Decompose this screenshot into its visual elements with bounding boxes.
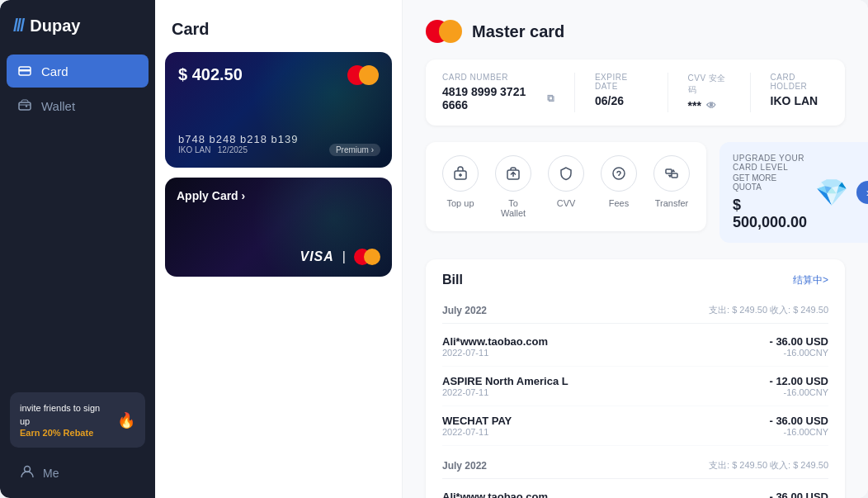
card-holder-value: IKO LAN bbox=[771, 94, 828, 107]
month-label-2: July 2022 bbox=[442, 460, 487, 472]
bill-cny-1: -16.00CNY bbox=[769, 348, 828, 358]
apply-mc-orange bbox=[364, 249, 380, 265]
to-wallet-label: To Wallet bbox=[495, 198, 531, 218]
card-holder-label: CARD HOLDER bbox=[771, 73, 828, 91]
mc-circle-orange bbox=[359, 65, 379, 85]
month-summary-1: 支出: $ 249.50 收入: $ 249.50 bbox=[709, 304, 828, 316]
card-detail-header: Master card bbox=[426, 20, 845, 43]
bill-title: Bill bbox=[442, 273, 463, 287]
app-logo: /// Dupay bbox=[0, 0, 155, 51]
fees-icon bbox=[601, 155, 637, 192]
sidebar-item-wallet-label: Wallet bbox=[41, 99, 75, 113]
visa-logo: VISA bbox=[300, 249, 334, 264]
apply-card-item[interactable]: Apply Card VISA | bbox=[165, 178, 392, 277]
to-wallet-icon bbox=[495, 155, 531, 192]
to-wallet-button[interactable]: To Wallet bbox=[495, 155, 531, 218]
me-label: Me bbox=[43, 467, 59, 480]
card-logo-area bbox=[347, 65, 379, 85]
invite-title: invite friends to sign up bbox=[20, 402, 111, 428]
apply-card-bottom: VISA | bbox=[300, 249, 381, 265]
transfer-icon bbox=[653, 155, 690, 192]
bill-merchant-info-2: ASPIRE North America L 2022-07-11 bbox=[442, 375, 568, 397]
expire-date-label: EXPIRE DATE bbox=[595, 73, 648, 91]
bill-usd-2: - 12.00 USD bbox=[769, 375, 828, 387]
card-info-row: CARD NUMBER 4819 8999 3721 6666 ⧉ EXPIRE… bbox=[426, 59, 845, 126]
upgrade-banner: UPGRADE YOUR CARD LEVEL GET MORE QUOTA $… bbox=[719, 142, 868, 243]
month-summary-2: 支出: $ 249.50 收入: $ 249.50 bbox=[709, 459, 828, 472]
upgrade-subtitle: GET MORE QUOTA bbox=[733, 173, 807, 192]
action-row: Top up To Wallet bbox=[426, 142, 845, 243]
bill-cny-2: -16.00CNY bbox=[769, 387, 828, 397]
bill-item-1: Ali*www.taobao.com 2022-07-11 - 36.00 US… bbox=[442, 327, 828, 367]
sidebar-nav: Card Wallet bbox=[0, 51, 155, 126]
bill-merchant-info-3: WECHAT PAY 2022-07-11 bbox=[442, 415, 512, 437]
card-holder-field: CARD HOLDER IKO LAN bbox=[771, 73, 828, 112]
bill-amount-2: - 12.00 USD -16.00CNY bbox=[769, 375, 828, 397]
eye-icon[interactable]: 👁 bbox=[706, 100, 716, 111]
card-number-label: CARD NUMBER bbox=[442, 73, 554, 82]
bill-usd-3: - 36.00 USD bbox=[769, 415, 828, 427]
cvv-field: CVV 安全码 *** 👁 bbox=[688, 73, 730, 112]
divider: | bbox=[342, 249, 346, 264]
logo-text: Dupay bbox=[30, 17, 80, 36]
svg-rect-1 bbox=[19, 69, 31, 72]
mastercard-logo bbox=[347, 65, 379, 85]
bill-merchant-info-4: Ali*www.taobao.com 2022-07-11 bbox=[442, 491, 548, 498]
card-number-field: CARD NUMBER 4819 8999 3721 6666 ⧉ bbox=[442, 73, 554, 112]
cvv-value: *** 👁 bbox=[688, 99, 730, 112]
cvv-button[interactable]: CVV bbox=[548, 155, 584, 218]
bill-merchant-3: WECHAT PAY bbox=[442, 415, 512, 427]
bill-section: Bill 结算中> July 2022 支出: $ 249.50 收入: $ 2… bbox=[426, 259, 845, 498]
bill-merchant-info-1: Ali*www.taobao.com 2022-07-11 bbox=[442, 335, 548, 358]
sidebar-item-card[interactable]: Card bbox=[7, 55, 149, 88]
cvv-action-icon bbox=[548, 155, 584, 192]
bill-merchant-1: Ali*www.taobao.com bbox=[442, 335, 548, 348]
me-button[interactable]: Me bbox=[10, 458, 145, 488]
diamond-icon: 💎 bbox=[815, 177, 848, 208]
cvv-label: CVV 安全码 bbox=[688, 73, 730, 96]
top-up-button[interactable]: Top up bbox=[442, 155, 479, 218]
transfer-button[interactable]: Transfer bbox=[653, 155, 690, 218]
fees-button[interactable]: Fees bbox=[601, 155, 637, 218]
cvv-action-label: CVV bbox=[557, 198, 576, 208]
sidebar-item-card-label: Card bbox=[41, 64, 68, 78]
card-list-panel: Card $ 402.50 b748 b248 b218 b139 IKO bbox=[155, 0, 403, 498]
sidebar-bottom: invite friends to sign up Earn 20% Rebat… bbox=[0, 382, 155, 498]
svg-rect-2 bbox=[19, 102, 31, 110]
card-number-value: 4819 8999 3721 6666 ⧉ bbox=[442, 85, 554, 111]
sidebar-item-wallet[interactable]: Wallet bbox=[7, 89, 149, 122]
bill-merchant-2: ASPIRE North America L bbox=[442, 375, 568, 387]
bill-item-3: WECHAT PAY 2022-07-11 - 36.00 USD -16.00… bbox=[442, 406, 828, 446]
wallet-icon bbox=[17, 97, 33, 114]
bill-date-3: 2022-07-11 bbox=[442, 427, 512, 437]
apply-mastercard-logo bbox=[354, 249, 380, 265]
main-content: Card $ 402.50 b748 b248 b218 b139 IKO bbox=[155, 0, 868, 498]
mastercard-card-item[interactable]: $ 402.50 b748 b248 b218 b139 IKO LAN 12/… bbox=[165, 52, 392, 168]
bill-item-4: Ali*www.taobao.com 2022-07-11 - 36.00 US… bbox=[442, 482, 828, 498]
fees-label: Fees bbox=[609, 198, 629, 208]
expire-date-field: EXPIRE DATE 06/26 bbox=[595, 73, 648, 112]
bill-item-2: ASPIRE North America L 2022-07-11 - 12.0… bbox=[442, 367, 828, 406]
upgrade-arrow-button[interactable]: › bbox=[856, 181, 868, 204]
invite-subtitle: Earn 20% Rebate bbox=[20, 428, 111, 438]
card-icon bbox=[17, 63, 33, 79]
upgrade-text: UPGRADE YOUR CARD LEVEL GET MORE QUOTA $… bbox=[733, 154, 807, 231]
card-brand-title: Master card bbox=[472, 22, 564, 41]
account-icon bbox=[20, 464, 35, 481]
premium-badge: Premium bbox=[329, 144, 380, 156]
bill-usd-1: - 36.00 USD bbox=[769, 335, 828, 348]
month-header-2: July 2022 支出: $ 249.50 收入: $ 249.50 bbox=[442, 453, 828, 479]
upgrade-amount: $ 500,000.00 bbox=[733, 197, 807, 231]
bill-date-1: 2022-07-11 bbox=[442, 348, 548, 358]
detail-mc-orange bbox=[439, 20, 462, 43]
bill-amount-4: - 36.00 USD -16.00CNY bbox=[769, 491, 828, 498]
bill-action-link[interactable]: 结算中> bbox=[793, 273, 828, 287]
invite-banner[interactable]: invite friends to sign up Earn 20% Rebat… bbox=[10, 392, 145, 448]
copy-icon[interactable]: ⧉ bbox=[547, 92, 554, 104]
fire-icon: 🔥 bbox=[117, 411, 135, 429]
field-divider-2 bbox=[668, 73, 668, 112]
card-items: $ 402.50 b748 b248 b218 b139 IKO LAN 12/… bbox=[155, 52, 402, 277]
month-header-1: July 2022 支出: $ 249.50 收入: $ 249.50 bbox=[442, 297, 828, 324]
bill-header: Bill 结算中> bbox=[442, 273, 828, 287]
svg-rect-7 bbox=[672, 173, 677, 178]
